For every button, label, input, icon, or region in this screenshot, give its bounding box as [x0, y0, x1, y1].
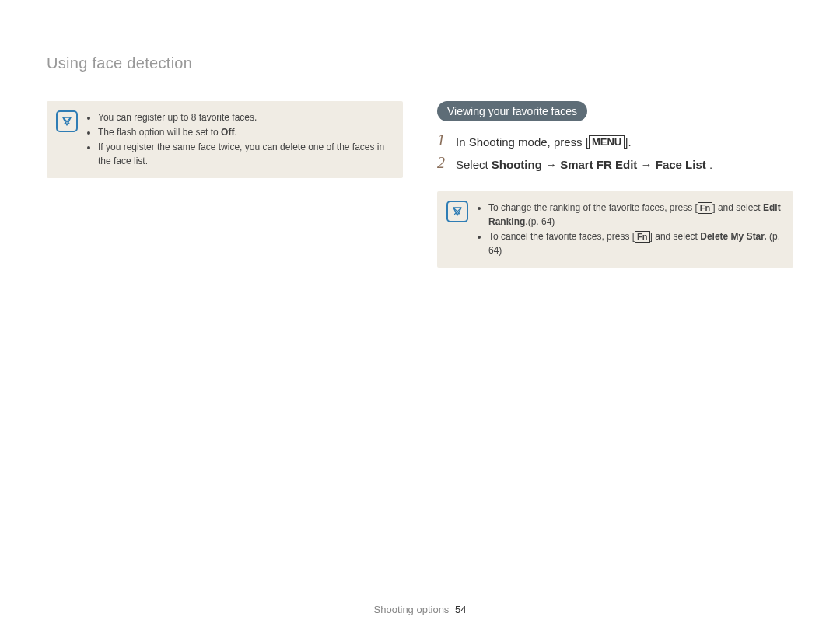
right-note-box: To change the ranking of the favorite fa…: [437, 191, 793, 268]
menu-button-label: MENU: [589, 135, 625, 149]
step-number: 2: [437, 155, 448, 170]
left-note-list: You can register up to 8 favorite faces.…: [87, 110, 390, 169]
footer-section: Shooting options: [374, 604, 450, 615]
page-header-title: Using face detection: [47, 54, 793, 79]
step-number: 1: [437, 132, 448, 148]
left-note-box: You can register up to 8 favorite faces.…: [47, 101, 403, 178]
right-column: Viewing your favorite faces 1 In Shootin…: [437, 101, 793, 268]
note-item: To change the ranking of the favorite fa…: [488, 201, 781, 229]
fn-button-label: Fn: [698, 202, 712, 214]
fn-button-label: Fn: [635, 231, 649, 243]
note-item: If you register the same face twice, you…: [98, 140, 390, 168]
footer-page-number: 54: [455, 604, 466, 615]
note-icon: [446, 201, 468, 222]
step-2: 2 Select Shooting → Smart FR Edit → Face…: [437, 155, 793, 173]
section-badge: Viewing your favorite faces: [437, 101, 587, 121]
note-item: To cancel the favorite faces, press [Fn]…: [488, 229, 781, 257]
step-1: 1 In Shooting mode, press [MENU].: [437, 132, 793, 150]
step-body: In Shooting mode, press [MENU].: [456, 132, 793, 150]
left-column: You can register up to 8 favorite faces.…: [47, 101, 403, 268]
step-body: Select Shooting → Smart FR Edit → Face L…: [456, 155, 793, 173]
note-item: The flash option will be set to Off.: [98, 125, 390, 139]
right-note-list: To change the ranking of the favorite fa…: [478, 201, 781, 258]
note-icon: [56, 110, 78, 132]
note-item: You can register up to 8 favorite faces.: [98, 110, 390, 124]
footer: Shooting options 54: [0, 604, 840, 615]
